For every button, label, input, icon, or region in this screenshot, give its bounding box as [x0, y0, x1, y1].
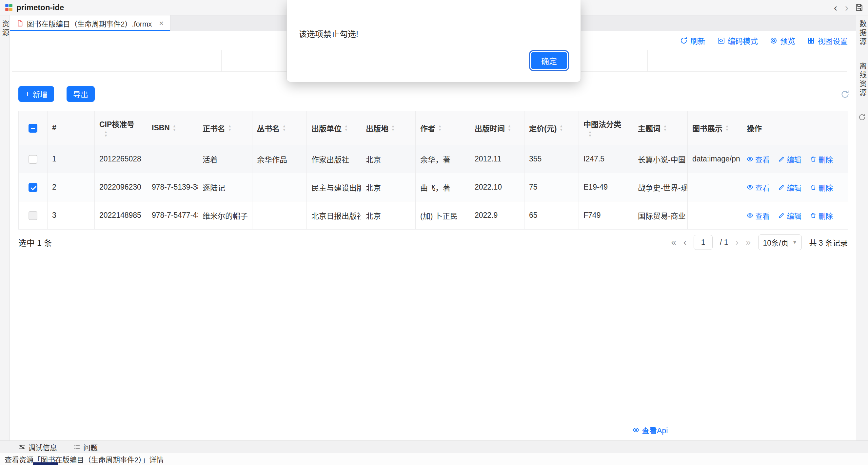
status-text: 查看资源「图书在版编目（生命周期事件2）」详情: [5, 454, 163, 464]
col-header-subject[interactable]: 主题词: [633, 111, 688, 145]
cell-isbn: [147, 145, 198, 173]
pencil-icon: [778, 184, 785, 191]
code-mode-button[interactable]: 编码模式: [717, 35, 758, 46]
refresh-icon: [680, 37, 688, 44]
add-button[interactable]: 新增: [18, 86, 54, 102]
right-rail: 数据源 离线资源: [856, 15, 868, 440]
col-header-author[interactable]: 作者: [416, 111, 470, 145]
row-checkbox[interactable]: [29, 155, 37, 164]
eye-icon: [747, 184, 753, 191]
col-header-price[interactable]: 定价(元): [524, 111, 579, 145]
table-row: 1 2012265028 活着 余华作品 作家出版社 北京 余华，著 2012.…: [19, 145, 848, 173]
cell-clc: F749: [579, 201, 633, 230]
save-icon[interactable]: [855, 3, 863, 12]
books-table: # CIP核准号 ISBN 正书名 丛书名 出版单位 出版地 作者 出版时间 定…: [18, 111, 848, 230]
pencil-icon: [778, 156, 785, 162]
next-page-icon[interactable]: [736, 238, 739, 247]
col-header-clc[interactable]: 中图法分类: [579, 111, 633, 145]
cell-cip: 2022096230: [95, 173, 147, 201]
page-input[interactable]: [693, 235, 713, 250]
problems-button[interactable]: 问题: [73, 442, 98, 452]
edit-link[interactable]: 编辑: [778, 210, 801, 221]
prev-page-icon[interactable]: [683, 238, 686, 247]
cell-title: 维米尔的帽子: [198, 201, 252, 230]
col-header-pubdate[interactable]: 出版时间: [470, 111, 524, 145]
rail-offline-resources[interactable]: 离线资源: [857, 62, 867, 98]
refresh-label: 刷新: [690, 35, 705, 46]
select-all-checkbox[interactable]: [29, 124, 37, 133]
edit-link[interactable]: 编辑: [778, 182, 801, 193]
rail-resources[interactable]: 资源: [0, 20, 10, 440]
view-api-link[interactable]: 查看Api: [633, 424, 668, 435]
pencil-icon: [778, 212, 785, 219]
rail-data-source[interactable]: 数据源: [857, 20, 867, 46]
page-of-label: / 1: [720, 238, 728, 247]
cell-place: 北京: [361, 145, 416, 173]
eye-icon: [633, 427, 639, 433]
delete-link[interactable]: 删除: [810, 182, 833, 193]
tab-label: 图书在版编目（生命周期事件2）.formx: [27, 18, 152, 29]
col-header-index: #: [48, 111, 95, 145]
export-label: 导出: [73, 89, 88, 100]
view-link[interactable]: 查看: [747, 210, 770, 221]
cell-price: 65: [524, 201, 579, 230]
app-title: primeton-ide: [17, 3, 64, 12]
cell-author: 曲飞，著: [416, 173, 470, 201]
col-header-series[interactable]: 丛书名: [252, 111, 307, 145]
col-header-cip[interactable]: CIP核准号: [95, 111, 147, 145]
nav-forward-icon[interactable]: [841, 1, 852, 14]
cell-publisher: 作家出版社: [307, 145, 361, 173]
cell-index: 2: [48, 173, 95, 201]
row-checkbox-disabled[interactable]: [29, 211, 37, 220]
preview-button[interactable]: 预览: [770, 35, 795, 46]
delete-link[interactable]: 删除: [810, 154, 833, 164]
offline-refresh-icon[interactable]: [858, 113, 866, 121]
col-header-publisher[interactable]: 出版单位: [307, 111, 361, 145]
sort-icon: [228, 125, 232, 132]
col-header-image[interactable]: 图书展示: [688, 111, 742, 145]
list-icon: [73, 443, 81, 451]
cell-pubdate: 2022.10: [470, 173, 524, 201]
pagination: / 1 10条/页 共 3 条记录: [671, 234, 848, 251]
col-header-title[interactable]: 正书名: [198, 111, 252, 145]
cell-isbn: 978-7-5139-38: [147, 173, 198, 201]
nav-back-icon[interactable]: [830, 1, 841, 14]
table-refresh-icon[interactable]: [840, 90, 850, 99]
col-header-place[interactable]: 出版地: [361, 111, 416, 145]
cell-price: 355: [524, 145, 579, 173]
tab-close-icon[interactable]: [159, 19, 163, 27]
row-checkbox[interactable]: [29, 183, 37, 192]
app-logo-icon: [5, 3, 13, 12]
sort-icon: [344, 125, 348, 132]
tab-form-editor[interactable]: 图书在版编目（生命周期事件2）.formx: [10, 15, 170, 31]
col-header-isbn[interactable]: ISBN: [147, 111, 198, 145]
refresh-button[interactable]: 刷新: [680, 35, 705, 46]
debug-info-button[interactable]: 调试信息: [18, 442, 57, 452]
export-button[interactable]: 导出: [66, 86, 95, 102]
status-bar: 查看资源「图书在版编目（生命周期事件2）」详情: [0, 453, 868, 465]
trash-icon: [810, 156, 816, 162]
delete-link[interactable]: 删除: [810, 210, 833, 221]
edit-link[interactable]: 编辑: [778, 154, 801, 164]
eye-icon: [747, 212, 753, 219]
sort-icon: [725, 125, 729, 132]
last-page-icon[interactable]: [746, 238, 751, 247]
debug-info-label: 调试信息: [28, 442, 57, 452]
left-rail: 资源: [0, 15, 10, 440]
dialog-ok-button[interactable]: 确定: [530, 51, 568, 70]
view-link[interactable]: 查看: [747, 182, 770, 193]
view-settings-button[interactable]: 视图设置: [807, 35, 848, 46]
cell-place: 北京: [361, 173, 416, 201]
chevron-down-icon: [793, 240, 797, 245]
cell-clc: I247.5: [579, 145, 633, 173]
view-settings-icon: [807, 37, 815, 44]
selected-count: 选中 1 条: [18, 234, 52, 251]
cell-image: data:image/pn: [688, 145, 742, 173]
problems-label: 问题: [83, 442, 98, 452]
alert-dialog: 该选项禁止勾选! 确定: [287, 0, 581, 82]
page-size-select[interactable]: 10条/页: [758, 234, 802, 250]
first-page-icon[interactable]: [671, 238, 676, 247]
code-mode-icon: [717, 37, 725, 44]
cell-publisher: 北京日报出版社: [307, 201, 361, 230]
view-link[interactable]: 查看: [747, 154, 770, 164]
